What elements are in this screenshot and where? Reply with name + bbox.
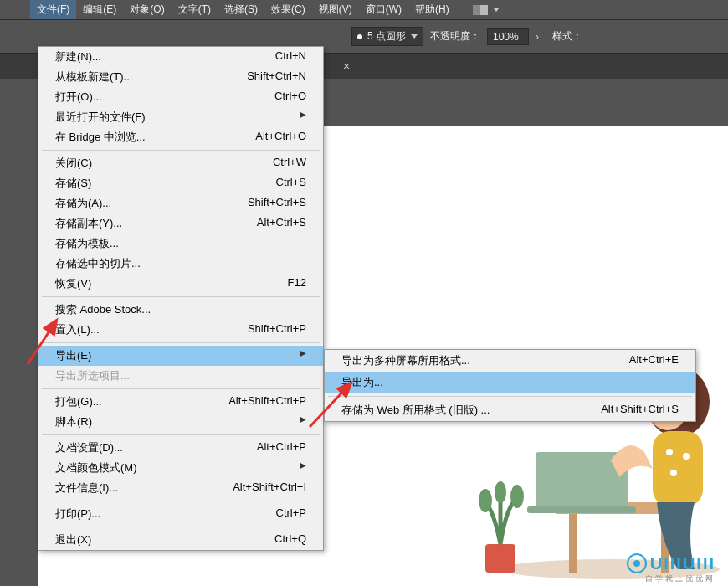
style-label: 样式： [552,29,582,44]
menu-help[interactable]: 帮助(H) [408,0,456,19]
menu-item-export-selection: 导出所选项目... [38,366,323,386]
menubar: 文件(F) 编辑(E) 对象(O) 文字(T) 选择(S) 效果(C) 视图(V… [0,0,728,20]
menu-item-package[interactable]: 打包(G)...Alt+Shift+Ctrl+P [38,392,323,412]
tab-close-button[interactable]: × [335,59,358,73]
svg-point-19 [495,481,506,503]
menu-separator [42,501,320,501]
bulb-icon [627,553,647,573]
export-submenu: 导出为多种屏幕所用格式...Alt+Ctrl+E 导出为... 存储为 Web … [324,349,696,422]
menu-window[interactable]: 窗口(W) [359,0,408,19]
menu-item-print[interactable]: 打印(P)...Ctrl+P [38,504,323,524]
chevron-down-icon [411,34,418,39]
menu-item-file-info[interactable]: 文件信息(I)...Alt+Shift+Ctrl+I [38,478,323,498]
menu-item-new-template[interactable]: 从模板新建(T)...Shift+Ctrl+N [38,67,323,87]
menu-item-open[interactable]: 打开(O)...Ctrl+O [38,87,323,107]
menu-separator [42,342,320,343]
svg-rect-12 [653,431,703,506]
menu-item-save-as[interactable]: 存储为(A)...Shift+Ctrl+S [38,193,323,213]
svg-rect-9 [527,506,636,513]
menu-object[interactable]: 对象(O) [123,0,171,19]
menu-effect[interactable]: 效果(C) [264,0,312,19]
menu-separator [42,527,320,527]
menu-separator [42,388,320,389]
svg-point-14 [683,453,690,460]
menu-item-bridge[interactable]: 在 Bridge 中浏览...Alt+Ctrl+O [38,127,323,147]
submenu-arrow-icon: ▶ [300,414,306,429]
brush-dot-icon [357,34,362,39]
menu-item-exit[interactable]: 退出(X)Ctrl+Q [38,530,323,550]
menu-item-doc-setup[interactable]: 文档设置(D)...Alt+Ctrl+P [38,438,323,458]
submenu-arrow-icon: ▶ [300,460,306,475]
chevron-down-icon [493,8,500,12]
submenu-arrow-icon: ▶ [300,348,306,363]
menu-separator [42,150,320,151]
menu-item-adobe-stock[interactable]: 搜索 Adobe Stock... [38,300,323,320]
submenu-item-export-as[interactable]: 导出为... [325,372,695,393]
opacity-input[interactable]: 100% [487,28,529,45]
workspace-icon [473,5,488,15]
watermark-text: UIIIUIII [650,554,715,573]
menu-file[interactable]: 文件(F) [30,0,76,19]
menu-text[interactable]: 文字(T) [172,0,218,19]
menu-item-save-template[interactable]: 存储为模板... [38,234,323,254]
menu-item-save-copy[interactable]: 存储副本(Y)...Alt+Ctrl+S [38,213,323,234]
illustration [377,285,728,586]
menu-edit[interactable]: 编辑(E) [76,0,123,19]
watermark-subtitle: 自学就上优优网 [645,573,715,584]
file-menu-dropdown: 新建(N)...Ctrl+N 从模板新建(T)...Shift+Ctrl+N 打… [38,46,324,551]
menu-item-color-mode[interactable]: 文档颜色模式(M)▶ [38,458,323,478]
svg-rect-16 [485,544,515,573]
svg-point-15 [670,470,677,476]
submenu-item-save-web[interactable]: 存储为 Web 所用格式 (旧版) ...Alt+Shift+Ctrl+S [325,399,695,421]
brush-selector[interactable]: 5 点圆形 [351,27,423,46]
menu-item-close[interactable]: 关闭(C)Ctrl+W [38,153,323,173]
menu-item-export[interactable]: 导出(E)▶ [38,346,323,366]
menu-separator [42,434,320,435]
submenu-arrow-icon: ▶ [300,110,306,125]
menu-item-revert[interactable]: 恢复(V)F12 [38,274,323,294]
menu-separator [42,296,320,297]
menu-item-save-slices[interactable]: 存储选中的切片... [38,254,323,274]
svg-rect-6 [569,514,577,573]
submenu-item-export-screens[interactable]: 导出为多种屏幕所用格式...Alt+Ctrl+E [325,350,695,372]
menu-separator [328,396,692,397]
menu-item-place[interactable]: 置入(L)...Shift+Ctrl+P [38,320,323,340]
workspace-switcher[interactable] [473,5,500,15]
menu-item-scripts[interactable]: 脚本(R)▶ [38,412,323,432]
watermark: UIIIUIII [627,553,715,573]
menu-item-save[interactable]: 存储(S)Ctrl+S [38,173,323,193]
menu-view[interactable]: 视图(V) [312,0,359,19]
svg-point-17 [479,489,492,512]
svg-point-13 [666,449,673,455]
opacity-arrow-icon[interactable]: › [536,31,539,43]
menu-select[interactable]: 选择(S) [218,0,264,19]
svg-point-18 [510,485,524,508]
menu-item-new[interactable]: 新建(N)...Ctrl+N [38,47,323,67]
opacity-label: 不透明度： [430,29,480,44]
menu-item-recent[interactable]: 最近打开的文件(F)▶ [38,107,323,127]
brush-label: 5 点圆形 [367,29,406,44]
